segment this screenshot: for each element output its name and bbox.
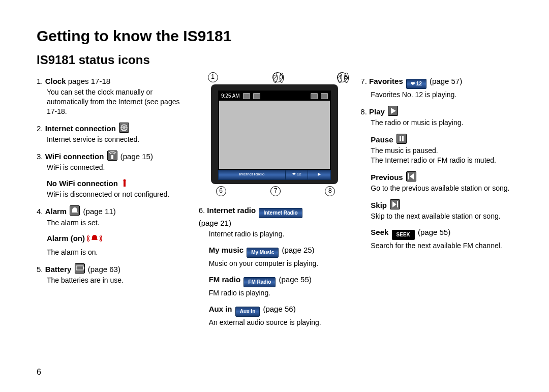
- callout-5: 5: [344, 73, 349, 83]
- battery-icon: [321, 93, 328, 99]
- badge-aux-in: Aux In: [235, 307, 260, 317]
- item-heading: Alarm (on): [47, 233, 189, 246]
- item-description: Favorites No. 12 is playing.: [371, 90, 512, 100]
- item-description: The music is paused.The Internet radio o…: [371, 146, 512, 165]
- badge-my-music: My Music: [247, 248, 279, 258]
- list-item: Previous Go to the previous available st…: [360, 171, 512, 193]
- callouts-top: 12345: [199, 72, 351, 82]
- list-item: FM radio FM Radio (page 55)FM radio is p…: [199, 275, 351, 298]
- item-heading: 3. WiFi connection (page 15): [37, 150, 189, 162]
- item-description: Skip to the next available station or so…: [371, 212, 512, 221]
- middle-column: 12345 9:25 AM In: [199, 72, 351, 334]
- item-description: FM radio is playing.: [209, 288, 351, 298]
- svg-rect-7: [402, 136, 404, 141]
- globe-icon: [243, 93, 250, 99]
- callout-8: 8: [325, 186, 335, 196]
- list-item: 2. Internet connection Internet service …: [37, 123, 189, 144]
- svg-point-3: [124, 179, 126, 182]
- battery-icon: [75, 263, 85, 274]
- list-item: 7. Favorites ❤ 12 (page 57)Favorites No.…: [360, 76, 512, 100]
- device-diagram: 12345 9:25 AM In: [199, 72, 351, 196]
- list-item: 1. Clock pages 17-18You can set the cloc…: [37, 76, 189, 116]
- item-description: Go to the previous available station or …: [371, 184, 512, 193]
- page-title: Getting to know the IS9181: [37, 27, 512, 45]
- item-heading: 1. Clock pages 17-18: [37, 76, 189, 86]
- item-description: The radio or music is playing.: [371, 118, 512, 128]
- item-description: WiFi is disconnected or not configured.: [47, 190, 189, 199]
- list-item: Pause The music is paused.The Internet r…: [360, 134, 512, 165]
- device-bottom-bar: Internet Radio ❤ 12 ▶: [218, 170, 331, 179]
- item-heading: No WiFi connection: [47, 178, 189, 189]
- item-heading: FM radio FM Radio (page 55): [209, 275, 351, 287]
- callout-6: 6: [216, 186, 226, 196]
- callout-3: 3: [280, 73, 284, 83]
- list-item: Seek SEEK (page 55)Search for the next a…: [360, 227, 512, 251]
- item-heading: Seek SEEK (page 55): [371, 227, 512, 240]
- alarm-icon: [311, 93, 318, 99]
- item-description: Internet service is connected.: [47, 135, 189, 144]
- list-item: 6. Internet radio Internet Radio(page 21…: [199, 205, 351, 239]
- item-heading: 8. Play: [360, 106, 512, 117]
- bottom-seg-fav: ❤ 12: [286, 170, 309, 180]
- callout-1: 1: [208, 72, 218, 82]
- svg-rect-9: [397, 201, 398, 207]
- svg-rect-5: [83, 267, 84, 269]
- item-description: WiFi is connected.: [47, 163, 189, 172]
- item-heading: 7. Favorites ❤ 12 (page 57): [360, 76, 512, 89]
- list-item: No WiFi connection WiFi is disconnected …: [37, 178, 189, 199]
- list-item: 5. Battery (page 63)The batteries are in…: [37, 263, 189, 285]
- item-heading: Previous: [371, 171, 512, 183]
- svg-rect-4: [76, 266, 83, 270]
- badge-internet-radio: Internet Radio: [259, 208, 302, 218]
- item-description: The batteries are in use.: [47, 276, 189, 285]
- list-item: Aux in Aux In (page 56)An external audio…: [199, 304, 351, 327]
- svg-rect-6: [400, 136, 401, 141]
- svg-rect-8: [408, 173, 409, 179]
- callout-4: 4: [338, 73, 342, 83]
- item-description: The alarm is set.: [47, 218, 189, 228]
- right-column: 7. Favorites ❤ 12 (page 57)Favorites No.…: [360, 72, 512, 334]
- item-description: Internet radio is playing.: [209, 229, 351, 239]
- item-heading: Skip: [371, 199, 512, 210]
- svg-rect-2: [124, 182, 126, 187]
- item-description: You can set the clock manually or automa…: [47, 87, 189, 116]
- alarm-icon: [70, 205, 80, 216]
- device-status-bar: 9:25 AM: [219, 92, 330, 101]
- item-heading: My music My Music (page 25): [209, 245, 351, 258]
- item-description: An external audio source is playing.: [209, 318, 351, 327]
- globe-icon: [119, 123, 129, 133]
- bottom-seg-source: Internet Radio: [218, 170, 286, 180]
- item-description: Search for the next available FM channel…: [371, 241, 512, 251]
- section-title: IS9181 status icons: [37, 53, 512, 67]
- skip-icon: [390, 199, 400, 209]
- no-wifi-icon: [120, 178, 129, 188]
- svg-rect-1: [111, 155, 113, 159]
- alarm-on-icon: [87, 233, 102, 246]
- left-column: 1. Clock pages 17-18You can set the cloc…: [37, 72, 189, 334]
- device-clock: 9:25 AM: [221, 93, 240, 100]
- play-icon: [388, 106, 398, 116]
- item-heading: 5. Battery (page 63): [37, 263, 189, 275]
- wifi-icon: [253, 93, 260, 99]
- list-item: 4. Alarm (page 11)The alarm is set.: [37, 205, 189, 227]
- bottom-seg-play: ▶: [308, 170, 331, 180]
- item-description: The alarm is on.: [47, 248, 189, 257]
- callout-7: 7: [270, 186, 281, 196]
- item-heading: 4. Alarm (page 11): [37, 205, 189, 217]
- item-heading: 6. Internet radio Internet Radio(page 21…: [199, 205, 351, 228]
- list-item: Alarm (on) The alarm is on.: [37, 233, 189, 257]
- badge-seek: SEEK: [392, 230, 415, 240]
- callout-2: 2: [273, 73, 278, 83]
- item-description: Music on your computer is playing.: [209, 259, 351, 268]
- page-number: 6: [37, 368, 41, 377]
- list-item: Skip Skip to the next available station …: [360, 199, 512, 221]
- pause-icon: [396, 134, 407, 144]
- list-item: My music My Music (page 25)Music on your…: [199, 245, 351, 268]
- badge-fm-radio: FM Radio: [243, 277, 276, 287]
- prev-icon: [406, 171, 416, 182]
- wifi-icon: [107, 150, 117, 161]
- list-item: 8. Play The radio or music is playing.: [360, 106, 512, 128]
- badge-12: ❤ 12: [406, 79, 426, 89]
- item-heading: Aux in Aux In (page 56): [209, 304, 351, 317]
- item-heading: Pause: [371, 134, 512, 145]
